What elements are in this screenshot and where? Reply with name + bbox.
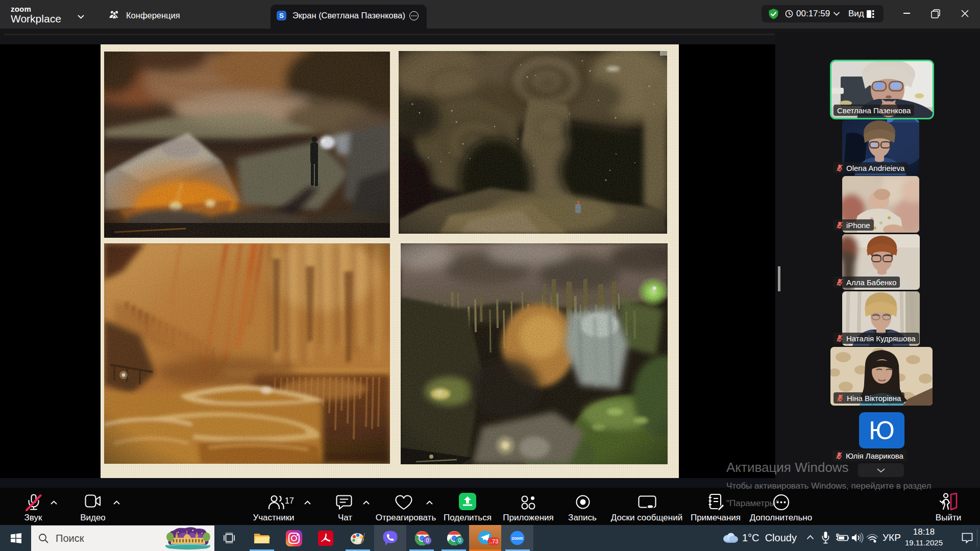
svg-text:zoom: zoom [512,536,523,541]
